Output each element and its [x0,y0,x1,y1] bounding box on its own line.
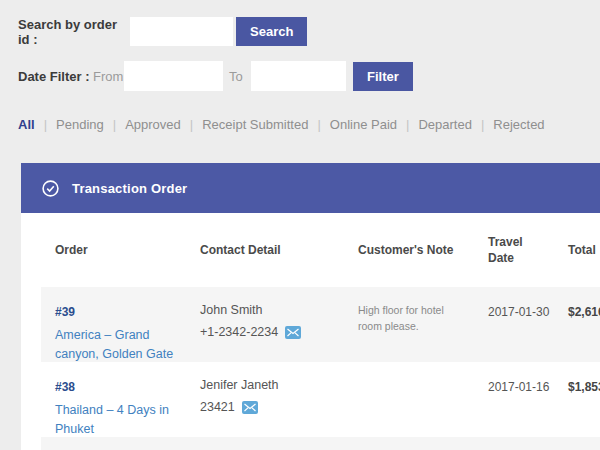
contact-phone: +1-2342-2234 [200,325,278,339]
mail-icon[interactable] [242,401,258,414]
filter-button[interactable]: Filter [353,62,413,91]
column-header-travel-date: Travel Date [488,234,568,266]
order-title-link[interactable]: America – Grand canyon, Golden Gate [55,326,200,364]
order-title-link[interactable]: Thailand – 4 Days in Phuket [55,401,200,439]
date-filter-label: Date Filter : [18,69,93,84]
order-id-link[interactable]: #39 [55,304,75,320]
travel-date: 2017-01-30 [488,305,549,319]
search-bar: Search by order id : Search [18,17,307,46]
tab-online-paid[interactable]: Online Paid [330,117,397,132]
from-label: From [93,69,124,84]
tab-separator: | [113,117,116,132]
mail-icon[interactable] [285,326,301,339]
column-header-total: Total [568,243,600,257]
contact-name: Jenifer Janeth [200,377,358,393]
column-header-order: Order [55,243,200,257]
tab-departed[interactable]: Departed [418,117,471,132]
panel-header: Transaction Order [21,163,600,213]
tab-separator: | [317,117,320,132]
to-label: To [229,69,251,84]
tab-separator: | [481,117,484,132]
contact-name: John Smith [200,302,358,318]
tab-separator: | [406,117,409,132]
orders-table: Order Contact Detail Customer's Note Tra… [21,213,600,450]
panel-title: Transaction Order [72,181,187,196]
search-label: Search by order id : [18,17,130,47]
order-total: $2,616 [568,305,600,319]
status-filter-tabs: All | Pending | Approved | Receipt Submi… [18,117,545,132]
order-total: $1,853 [568,380,600,394]
tab-receipt-submitted[interactable]: Receipt Submitted [202,117,308,132]
table-header-row: Order Contact Detail Customer's Note Tra… [41,213,600,287]
tab-all[interactable]: All [18,117,35,132]
tab-separator: | [190,117,193,132]
date-filter-bar: Date Filter : From To Filter [18,61,413,91]
tab-approved[interactable]: Approved [125,117,181,132]
table-row: #38 Thailand – 4 Days in Phuket Jenifer … [41,362,600,437]
check-circle-icon [42,180,59,197]
tab-separator: | [44,117,47,132]
date-to-input[interactable] [251,61,346,91]
tab-pending[interactable]: Pending [56,117,104,132]
column-header-customers-note: Customer's Note [358,243,488,257]
contact-phone: 23421 [200,400,235,414]
search-button[interactable]: Search [236,17,307,46]
transaction-order-panel: Transaction Order Order Contact Detail C… [21,163,600,450]
tab-rejected[interactable]: Rejected [493,117,544,132]
travel-date: 2017-01-16 [488,380,549,394]
order-id-link[interactable]: #38 [55,379,75,395]
search-input[interactable] [130,17,233,46]
column-header-contact-detail: Contact Detail [200,243,358,257]
table-row: #39 America – Grand canyon, Golden Gate … [41,287,600,362]
customer-note: High floor for hotel room please. [358,302,488,334]
date-from-input[interactable] [124,61,223,91]
